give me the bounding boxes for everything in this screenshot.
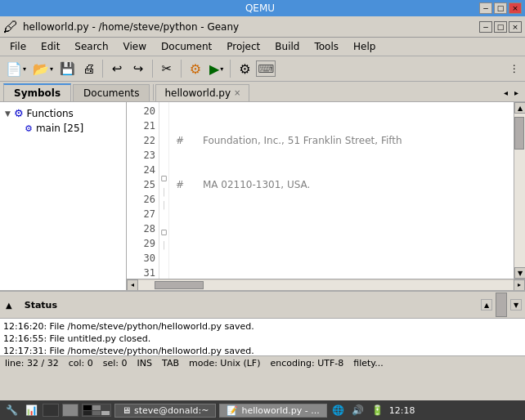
app-minimize-btn[interactable]: − [479,21,492,33]
new-icon: 📄 [6,61,22,77]
fold-26: | [159,185,168,198]
qemu-maximize-btn[interactable]: □ [494,2,507,14]
menu-file[interactable]: File [3,39,33,54]
toolbar-cut-btn[interactable]: ✂ [157,59,177,78]
toolbar-prefs-btn[interactable]: ⚙ [235,59,254,78]
taskbar-icon-1[interactable]: 🔧 [3,402,20,418]
tab-scroll-left[interactable]: ◂ [500,87,511,99]
scroll-track[interactable] [514,114,525,267]
fold-25[interactable]: □ [159,171,168,184]
hscroll-left-btn[interactable]: ◂ [127,279,138,291]
toolbar-redo-btn[interactable]: ↪ [128,59,148,78]
sidebar: ▼ ⚙ Functions ⚙ main [25] [0,102,127,290]
toolbar: 📄 ▾ 📂 ▾ 💾 🖨 ↩ ↪ ✂ ⚙ ▶ ▾ ⚙ ⌨ ⋮ [0,56,525,82]
toolbar-undo-btn[interactable]: ↩ [107,59,127,78]
qemu-minimize-btn[interactable]: − [479,2,492,14]
fold-22 [159,131,168,144]
toolbar-run-dropdown[interactable]: ▶ ▾ [207,60,226,78]
vertical-scrollbar: ▲ ▼ [514,102,525,279]
horizontal-scrollbar: ◂ ▸ [127,279,525,290]
taskbar-battery-icon[interactable]: 🔋 [370,402,386,418]
taskbar: 🔧 📊 🖥 steve@donald:~ 📝 helloworld.py - .… [0,400,525,420]
status-ins: INS [137,358,152,369]
geany-label: helloworld.py - ... [241,405,319,416]
tab-documents[interactable]: Documents [73,84,150,101]
menu-build[interactable]: Build [268,39,306,54]
status-bar: line: 32 / 32 col: 0 sel: 0 INS TAB mode… [0,355,525,370]
toolbar-sep-3 [181,60,182,78]
toolbar-save-btn[interactable]: 💾 [57,59,77,78]
fold-27: | [159,198,168,211]
toolbar-compile-btn[interactable]: ⚙ [186,59,205,78]
file-tab-label: helloworld.py [164,87,231,99]
toolbar-print-btn[interactable]: 🖨 [79,59,98,78]
line-numbers: 20 21 22 23 24 25 26 27 28 29 30 31 32 [127,102,159,279]
taskbar-network-icon[interactable]: 🌐 [330,402,347,418]
menu-help[interactable]: Help [347,39,382,54]
menu-project[interactable]: Project [220,39,267,54]
app-restore-btn[interactable]: □ [494,21,507,33]
run-dropdown-arrow: ▾ [220,65,223,73]
editor-scroll-area: 20 21 22 23 24 25 26 27 28 29 30 31 32 □… [127,102,525,279]
open-icon: 📂 [33,61,49,77]
hscroll-right-btn[interactable]: ▸ [514,279,525,291]
hscroll-track[interactable] [138,280,514,290]
log-line-3: 12:17:31: File /home/steve/python/hellow… [3,345,522,355]
taskbar-color-swatch [43,404,59,417]
status-sel: sel: 0 [103,358,128,369]
taskbar-icon-2[interactable]: 📊 [23,402,39,418]
code-line-23 [176,266,507,279]
menu-view[interactable]: View [117,39,153,54]
sidebar-functions-label: Functions [27,108,74,119]
tab-symbols[interactable]: Symbols [3,83,71,101]
tab-close-btn[interactable]: × [234,88,240,97]
log-line-2: 12:16:55: File untitled.py closed. [3,333,522,345]
toolbar-new-dropdown[interactable]: 📄 ▾ [3,60,29,78]
fold-20 [159,104,168,117]
app-titlebar: 🖊 helloworld.py - /home/steve/python - G… [0,16,525,38]
sidebar-main-item[interactable]: ⚙ main [25] [2,121,124,136]
fold-32 [159,266,168,279]
menu-edit[interactable]: Edit [34,39,66,54]
geany-icon: 📝 [227,405,238,416]
new-dropdown-arrow: ▾ [23,65,26,73]
more-icon: ⋮ [509,63,519,74]
menu-document[interactable]: Document [155,39,218,54]
app-icon: 🖊 [3,18,18,35]
taskbar-sound-icon[interactable]: 🔊 [350,402,366,418]
menu-search[interactable]: Search [68,39,114,54]
scroll-up-btn[interactable]: ▲ [514,102,525,114]
save-icon: 💾 [60,61,75,76]
terminal-label: steve@donald:~ [134,405,209,416]
taskbar-app-geany[interactable]: 📝 helloworld.py - ... [219,404,326,418]
tabs-bar: Symbols Documents helloworld.py × ◂ ▸ [0,82,525,102]
tree-expand-icon: ▼ [5,109,11,118]
log-vscroll-up[interactable]: ▲ [481,299,492,311]
tab-scroll-right[interactable]: ▸ [511,87,522,99]
fold-30: | [159,239,168,252]
menu-tools[interactable]: Tools [307,39,345,54]
scroll-down-btn[interactable]: ▼ [514,267,525,279]
toolbar-kb-btn[interactable]: ⌨ [256,59,276,78]
tab-helloworld-py[interactable]: helloworld.py × [155,84,249,101]
code-content[interactable]: # Foundation, Inc., 51 Franklin Street, … [169,102,514,279]
fold-29[interactable]: □ [159,225,168,238]
app-title: helloworld.py - /home/steve/python - Gea… [23,21,239,33]
scroll-thumb[interactable] [514,117,524,150]
toolbar-more-dropdown[interactable]: ⋮ [507,61,522,76]
toolbar-open-dropdown[interactable]: 📂 ▾ [30,60,56,78]
sidebar-functions-item[interactable]: ▼ ⚙ Functions [2,105,124,121]
run-icon: ▶ [209,61,219,77]
log-vscroll-down[interactable]: ▼ [510,299,522,311]
qemu-close-btn[interactable]: × [509,2,522,14]
taskbar-app-terminal[interactable]: 🖥 steve@donald:~ [114,404,216,418]
log-collapse-btn[interactable]: ▲ [3,300,15,311]
code-line-22 [176,221,507,236]
taskbar-time: 12:18 [389,405,415,416]
fold-23 [159,144,168,157]
hscroll-thumb[interactable] [155,281,204,289]
app-close-btn[interactable]: × [509,21,522,33]
sidebar-main-label: main [25] [36,123,83,134]
code-line-21: # MA 02110-1301, USA. [176,177,507,192]
tabs-separator [153,84,154,101]
